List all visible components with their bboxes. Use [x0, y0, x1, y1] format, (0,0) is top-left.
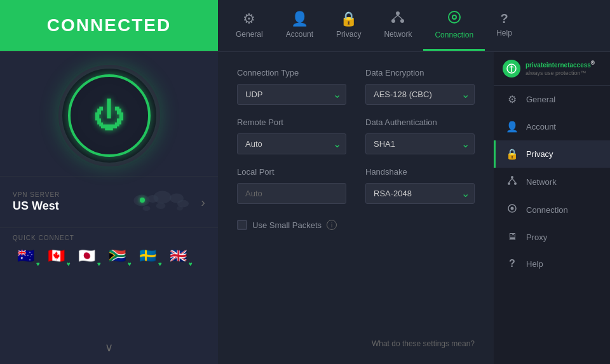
handshake-group: Handshake RSA-2048 RSA-4096 ECC-256k1 ⌄ [365, 167, 475, 204]
sidebar-item-account[interactable]: 👤 Account [494, 113, 610, 140]
svg-point-0 [396, 11, 400, 15]
svg-point-7 [453, 16, 456, 18]
flag-australia[interactable]: 🇦🇺♥ [13, 246, 38, 266]
vpn-server-label: VPN SERVER [13, 191, 121, 198]
svg-point-13 [156, 203, 166, 209]
heart-icon-se: ♥ [158, 260, 162, 267]
help-tab-icon: ? [500, 11, 508, 26]
sidebar-help-label: Help [526, 259, 543, 269]
sidebar-item-proxy[interactable]: 🖥 Proxy [494, 224, 610, 250]
help-tab-label: Help [496, 29, 512, 37]
heart-icon-jp: ♥ [97, 260, 101, 267]
tab-network[interactable]: Network [372, 0, 423, 51]
brand-logo [503, 60, 520, 78]
general-icon: ⚙ [506, 93, 518, 105]
small-packets-row: Use Small Packets i [237, 220, 475, 230]
quick-connect-section: QUICK CONNECT 🇦🇺♥ 🇨🇦♥ 🇯🇵♥ 🇿🇦♥ 🇸🇪♥ [0, 227, 218, 272]
main-content: ⏻ VPN SERVER US West [0, 52, 610, 364]
what-link[interactable]: What do these settings mean? [237, 339, 475, 348]
svg-point-14 [143, 206, 151, 211]
connection-type-wrapper: UDP TCP ⌄ [237, 84, 346, 105]
svg-point-10 [154, 191, 172, 204]
heart-icon-ca: ♥ [67, 260, 71, 267]
network-icon [506, 175, 518, 188]
tab-general[interactable]: ⚙ General [224, 0, 274, 51]
heart-icon-au: ♥ [36, 260, 40, 267]
svg-point-15 [177, 206, 183, 211]
vpn-server-section: VPN SERVER US West › [0, 176, 218, 227]
connection-tab-icon [447, 10, 461, 28]
sidebar-network-label: Network [526, 177, 557, 187]
data-encryption-select[interactable]: AES-128 (CBC) AES-256 (CBC) None [365, 84, 475, 105]
account-tab-icon: 👤 [291, 11, 308, 27]
tab-help[interactable]: ? Help [485, 0, 524, 51]
sidebar-item-general[interactable]: ⚙ General [494, 86, 610, 113]
local-port-group: Local Port [237, 167, 346, 204]
privacy-icon: 🔒 [506, 148, 518, 160]
remote-port-select[interactable]: Auto 1194 8080 [237, 133, 346, 154]
sidebar-account-label: Account [526, 122, 556, 131]
flag-japan[interactable]: 🇯🇵♥ [74, 246, 99, 266]
power-button[interactable]: ⏻ [58, 65, 160, 166]
sidebar-proxy-label: Proxy [526, 233, 547, 242]
chevron-down-icon[interactable]: ∨ [105, 337, 113, 358]
settings-row-1: Connection Type UDP TCP ⌄ Data Encryptio… [237, 68, 475, 105]
remote-port-label: Remote Port [237, 118, 346, 127]
general-tab-icon: ⚙ [243, 11, 255, 27]
settings-row-3: Local Port Handshake RSA-2048 RSA-4096 E… [237, 167, 475, 204]
svg-line-4 [398, 15, 402, 19]
flag-uk[interactable]: 🇬🇧♥ [165, 246, 191, 266]
brand-name: privateinternetaccess® [525, 60, 595, 69]
data-auth-group: Data Authentication SHA1 SHA256 None ⌄ [365, 118, 475, 154]
svg-line-20 [509, 179, 512, 182]
handshake-select[interactable]: RSA-2048 RSA-4096 ECC-256k1 [365, 183, 475, 204]
brand-trademark: ® [591, 60, 595, 66]
sidebar-connection-label: Connection [526, 205, 568, 215]
flag-sweden[interactable]: 🇸🇪♥ [135, 246, 160, 266]
sidebar-item-help[interactable]: ? Help [494, 250, 610, 277]
center-panel: Connection Type UDP TCP ⌄ Data Encryptio… [218, 52, 494, 364]
brand-header: privateinternetaccess® always use protec… [494, 52, 610, 86]
connection-tab-label: Connection [435, 30, 473, 39]
sidebar-menu: ⚙ General 👤 Account 🔒 Privacy [494, 86, 610, 364]
brand-text: privateinternetaccess® always use protec… [525, 60, 595, 77]
connection-icon [506, 203, 518, 216]
privacy-tab-label: Privacy [336, 30, 361, 39]
right-sidebar: privateinternetaccess® always use protec… [494, 52, 610, 364]
data-auth-label: Data Authentication [365, 118, 475, 127]
server-chevron-icon[interactable]: › [201, 195, 205, 210]
data-encryption-wrapper: AES-128 (CBC) AES-256 (CBC) None ⌄ [365, 84, 475, 105]
tab-privacy[interactable]: 🔒 Privacy [325, 0, 372, 51]
local-port-input[interactable] [237, 183, 346, 204]
connection-type-label: Connection Type [237, 68, 346, 78]
svg-point-18 [508, 182, 510, 185]
sidebar-general-label: General [526, 95, 555, 104]
sidebar-item-connection[interactable]: Connection [494, 196, 610, 224]
sidebar-item-network[interactable]: Network [494, 168, 610, 196]
power-icon: ⏻ [93, 97, 125, 134]
heart-icon-gb: ♥ [189, 260, 193, 267]
flag-canada[interactable]: 🇨🇦♥ [43, 246, 69, 266]
tab-connection[interactable]: Connection [423, 0, 485, 51]
connection-type-select[interactable]: UDP TCP [237, 84, 346, 105]
svg-point-23 [511, 207, 514, 210]
heart-icon-za: ♥ [128, 260, 132, 267]
flag-south-africa[interactable]: 🇿🇦♥ [104, 246, 130, 266]
svg-line-21 [512, 179, 515, 182]
handshake-label: Handshake [365, 167, 475, 177]
left-panel: ⏻ VPN SERVER US West [0, 52, 218, 364]
svg-line-3 [393, 15, 398, 19]
connection-type-group: Connection Type UDP TCP ⌄ [237, 68, 346, 105]
small-packets-info-icon[interactable]: i [327, 220, 337, 230]
quick-connect-label: QUICK CONNECT [13, 234, 205, 241]
small-packets-checkbox[interactable] [237, 220, 247, 230]
nav-tabs: ⚙ General 👤 Account 🔒 Privacy Network [218, 0, 610, 51]
account-tab-label: Account [286, 30, 313, 39]
account-icon: 👤 [506, 121, 518, 133]
tab-account[interactable]: 👤 Account [274, 0, 325, 51]
data-auth-select[interactable]: SHA1 SHA256 None [365, 133, 475, 154]
local-port-label: Local Port [237, 167, 346, 177]
data-auth-wrapper: SHA1 SHA256 None ⌄ [365, 133, 475, 154]
vpn-server-name: US West [13, 199, 121, 213]
sidebar-item-privacy[interactable]: 🔒 Privacy [494, 140, 610, 168]
